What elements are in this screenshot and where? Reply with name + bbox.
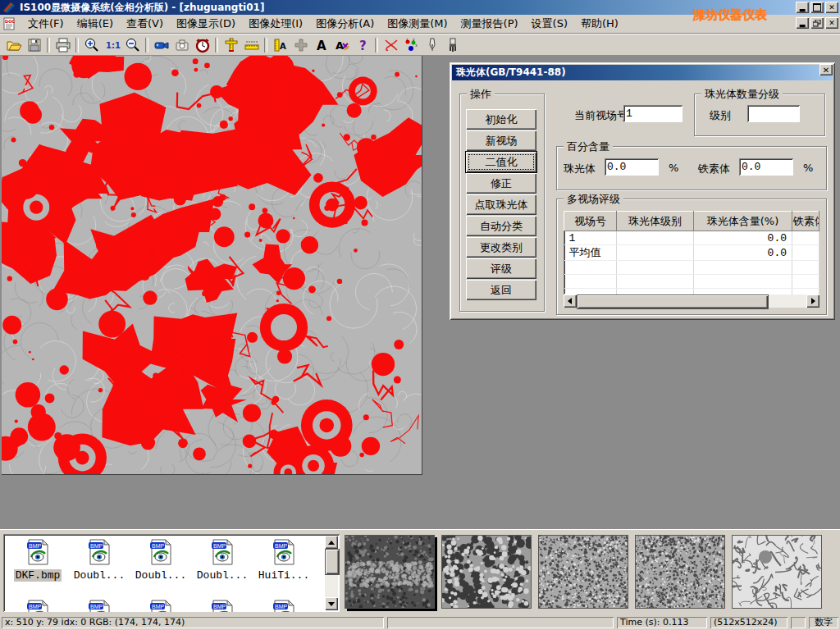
svg-text:BMP: BMP [213, 604, 226, 609]
pearlite-percent-sign: % [669, 162, 678, 174]
bmp-file-icon: BMP [272, 539, 296, 565]
scroll-down-icon[interactable] [325, 597, 338, 610]
table-row [564, 289, 819, 295]
col-pearlite-content[interactable]: 珠光体含量(%) [694, 212, 792, 231]
mdi-restore-button[interactable] [810, 17, 824, 29]
mdi-close-button[interactable]: ✕ [825, 17, 838, 29]
file-name[interactable]: Doubl... [195, 569, 249, 582]
menu-measure-report[interactable]: 测量报告(P) [454, 15, 525, 33]
grade-label: 级别 [710, 108, 731, 123]
cell[interactable] [792, 231, 819, 245]
dialog-title-bar[interactable]: 珠光体(GB/T9441-88) [452, 65, 833, 80]
menu-file[interactable]: 文件(F) [21, 15, 71, 33]
calibrate-icon[interactable]: A [270, 36, 290, 54]
zoom-out-icon[interactable] [122, 36, 143, 54]
cell[interactable] [792, 245, 819, 261]
filelist-v-scrollbar[interactable] [325, 536, 338, 610]
micrograph-thumbnail[interactable] [538, 535, 628, 609]
table-row [564, 275, 819, 289]
change-class-button[interactable]: 更改类别 [466, 237, 536, 258]
pearlite-input[interactable] [605, 158, 659, 176]
dialog-close-icon[interactable]: ✕ [819, 64, 833, 75]
menu-image-processing[interactable]: 图像处理(I) [242, 15, 309, 33]
micrograph-thumbnail[interactable] [345, 535, 435, 609]
scroll-right-icon[interactable] [806, 294, 819, 308]
file-name[interactable]: HuiTi... [257, 569, 311, 582]
binarize-button[interactable]: 二值化 [466, 152, 536, 172]
micrograph-thumbnail[interactable] [635, 535, 725, 609]
mdi-minimize-button[interactable]: ▬ [796, 17, 809, 29]
return-button[interactable]: 返回 [466, 280, 536, 300]
scroll-up-icon[interactable] [325, 536, 338, 549]
micrograph-image[interactable] [2, 56, 422, 475]
file-item[interactable]: BMP Doubl... [70, 539, 129, 582]
help-icon[interactable]: ? [352, 36, 372, 54]
file-list[interactable]: BMP DKF.bmp BMP Doubl... BMP Doubl... BM… [3, 534, 340, 612]
ferrite-input[interactable] [739, 158, 793, 176]
operations-group-label: 操作 [467, 87, 495, 102]
open-icon[interactable] [3, 36, 24, 54]
menu-image-measure[interactable]: 图像测量(M) [381, 15, 454, 33]
grade-input[interactable] [747, 105, 800, 122]
file-name[interactable]: Doubl... [134, 569, 188, 582]
menu-view[interactable]: 查看(V) [120, 15, 170, 33]
new-field-button[interactable]: 新视场 [466, 130, 536, 151]
rating-table[interactable]: 视场号 珠光体级别 珠光体含量(%) 铁素体 1 0.0 平均值 [564, 211, 819, 294]
file-item[interactable]: BMP HuiTi... [254, 539, 313, 582]
timer-icon[interactable] [192, 36, 212, 54]
micrograph-thumbnail[interactable] [441, 535, 532, 609]
cell[interactable]: 平均值 [564, 245, 617, 261]
col-ferrite[interactable]: 铁素体 [792, 212, 819, 231]
actual-size-icon[interactable]: 1:1 [102, 36, 122, 54]
col-field-no[interactable]: 视场号 [564, 212, 617, 231]
zoom-in-icon[interactable] [81, 36, 102, 54]
bmp-file-icon: BMP [25, 539, 50, 565]
table-h-scrollbar[interactable] [564, 294, 819, 308]
bmp-file-icon: BMP [148, 600, 173, 612]
file-item[interactable]: BMP DKF.bmp [8, 539, 67, 582]
correct-button[interactable]: 修正 [466, 173, 536, 194]
rate-button[interactable]: 评级 [466, 258, 536, 279]
scrollbar-thumb[interactable] [577, 294, 769, 309]
text-icon[interactable]: A [311, 36, 331, 54]
maximize-button[interactable] [810, 2, 824, 13]
print-icon[interactable] [52, 36, 73, 54]
brush-icon[interactable] [442, 36, 463, 54]
col-pearlite-grade[interactable]: 珠光体级别 [617, 212, 694, 231]
file-name[interactable]: Doubl... [72, 569, 126, 582]
minimize-button[interactable]: ▬ [796, 2, 809, 13]
application-window: IS100显微摄像系统(金相分析版) - [zhuguangti01] ▬ ✕ … [0, 0, 840, 630]
points-icon[interactable]: 123 [401, 36, 422, 54]
close-button[interactable]: ✕ [825, 2, 838, 13]
current-field-input[interactable] [623, 105, 682, 122]
pen-icon[interactable] [422, 36, 442, 54]
cell[interactable]: 0.0 [694, 231, 792, 245]
initialize-button[interactable]: 初始化 [466, 109, 536, 130]
file-name[interactable]: DKF.bmp [14, 569, 62, 582]
ruler-icon[interactable] [241, 36, 262, 54]
move-icon[interactable] [290, 36, 311, 54]
save-icon[interactable] [24, 36, 44, 54]
cell[interactable] [617, 245, 694, 261]
menu-edit[interactable]: 编辑(E) [71, 15, 120, 33]
scroll-left-icon[interactable] [564, 294, 577, 308]
cell[interactable]: 1 [564, 231, 617, 245]
micrograph-thumbnail[interactable] [732, 535, 822, 609]
cell[interactable] [617, 231, 694, 245]
caliper-icon[interactable] [221, 36, 241, 54]
file-item[interactable]: BMP Doubl... [131, 539, 190, 582]
curve-icon[interactable] [381, 36, 401, 54]
menu-help[interactable]: 帮助(H) [574, 15, 625, 33]
camera-icon[interactable] [171, 36, 192, 54]
auto-classify-button[interactable]: 自动分类 [466, 216, 536, 236]
edit-text-icon[interactable]: A [331, 36, 352, 54]
file-item[interactable]: BMP Doubl... [193, 539, 252, 582]
cell[interactable]: 0.0 [694, 245, 792, 261]
pick-pearlite-button[interactable]: 点取珠光体 [466, 194, 536, 215]
menu-image-analysis[interactable]: 图像分析(A) [309, 15, 381, 33]
menu-image-display[interactable]: 图像显示(D) [170, 15, 242, 33]
video-camera-icon[interactable] [151, 36, 171, 54]
scrollbar-thumb[interactable] [325, 549, 340, 575]
actual-size-label: 1:1 [106, 41, 121, 50]
menu-settings[interactable]: 设置(S) [525, 15, 574, 33]
